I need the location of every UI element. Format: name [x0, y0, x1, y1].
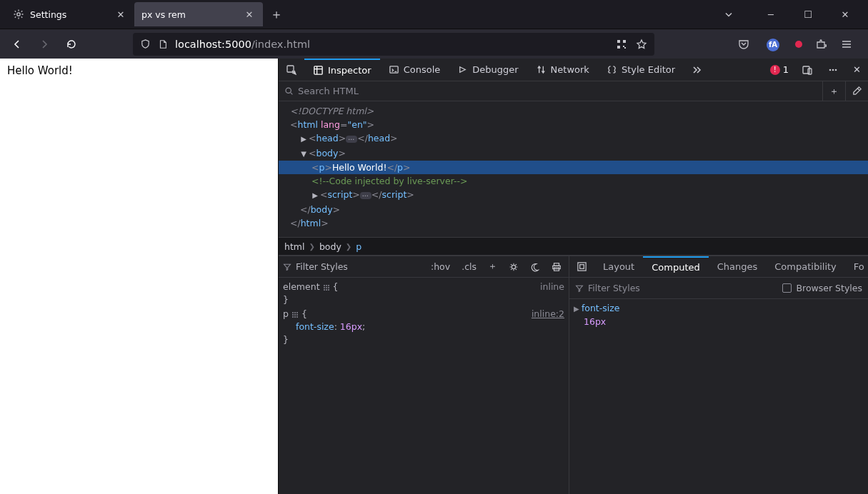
chevron-down-icon[interactable] — [724, 9, 744, 19]
responsive-mode-icon[interactable] — [794, 59, 820, 81]
svg-rect-37 — [578, 263, 586, 271]
svg-point-20 — [326, 285, 327, 286]
svg-point-0 — [17, 13, 20, 16]
box-model-icon[interactable] — [569, 256, 594, 277]
page-viewport[interactable]: Hello World! — [0, 59, 278, 494]
svg-point-19 — [324, 285, 325, 286]
svg-point-32 — [294, 314, 296, 316]
tab-console[interactable]: Console — [380, 59, 449, 81]
dom-tree[interactable]: <!DOCTYPE html> <html lang="en"> ▶<head>… — [279, 101, 868, 237]
maximize-button[interactable]: ☐ — [798, 9, 818, 20]
reload-button[interactable] — [60, 33, 83, 56]
browser-tab-bar: Settings ✕ px vs rem ✕ ＋ ─ ☐ ✕ — [0, 0, 868, 29]
tab-settings[interactable]: Settings ✕ — [6, 2, 134, 26]
dom-search-row: Search HTML ＋ — [279, 81, 868, 101]
shield-icon — [140, 39, 151, 49]
rules-panel: Filter Styles :hov .cls ＋ — [279, 256, 569, 494]
overflow-icon[interactable] — [684, 59, 709, 81]
svg-rect-9 — [803, 66, 809, 74]
svg-rect-8 — [390, 66, 398, 73]
svg-rect-2 — [623, 40, 626, 43]
toolbar-right: fA — [738, 36, 862, 51]
url-input[interactable]: localhost:5000/index.html — [133, 33, 654, 56]
meatball-menu-icon[interactable] — [820, 59, 846, 81]
light-mode-icon[interactable] — [506, 262, 522, 272]
svg-point-27 — [328, 289, 329, 291]
tab-debugger[interactable]: Debugger — [449, 59, 527, 81]
svg-point-23 — [326, 287, 327, 288]
close-icon[interactable]: ✕ — [114, 8, 127, 21]
tab-layout[interactable]: Layout — [594, 256, 643, 277]
computed-list[interactable]: ▶ font-size 16px — [569, 299, 868, 494]
eyedropper-icon[interactable] — [845, 81, 868, 101]
tab-changes[interactable]: Changes — [709, 256, 767, 277]
browser-styles-checkbox[interactable]: Browser Styles — [782, 283, 862, 293]
devtools-panel: Inspector Console Debugger Network Style… — [278, 59, 868, 494]
print-icon[interactable] — [549, 262, 564, 272]
add-node-button[interactable]: ＋ — [822, 81, 845, 101]
close-button[interactable]: ✕ — [835, 9, 855, 20]
add-rule-button[interactable]: ＋ — [485, 261, 500, 273]
tab-fonts[interactable]: Fo — [845, 256, 868, 277]
svg-rect-1 — [617, 40, 620, 43]
rules-filter-input[interactable]: Filter Styles — [283, 261, 422, 272]
crumb-p[interactable]: p — [356, 241, 361, 252]
svg-point-30 — [296, 312, 298, 313]
url-text: localhost:5000/index.html — [175, 39, 310, 50]
svg-point-28 — [292, 312, 294, 313]
hamburger-menu-icon[interactable] — [841, 39, 859, 50]
svg-point-24 — [328, 287, 329, 288]
devtools-toolbar: Inspector Console Debugger Network Style… — [279, 59, 868, 81]
back-button[interactable] — [6, 33, 29, 56]
svg-point-15 — [512, 265, 515, 268]
bookmark-star-icon[interactable] — [636, 39, 647, 50]
svg-point-26 — [326, 289, 327, 291]
cls-button[interactable]: .cls — [459, 261, 479, 272]
computed-filter-input[interactable]: Filter Styles — [588, 283, 640, 293]
error-indicator[interactable]: !1 — [764, 64, 794, 75]
dom-selected-node[interactable]: <p>Hello World!</p> — [279, 161, 868, 174]
svg-rect-38 — [580, 265, 584, 269]
element-picker-button[interactable] — [279, 59, 304, 81]
tab-computed[interactable]: Computed — [643, 256, 709, 277]
tab-inspector[interactable]: Inspector — [304, 59, 380, 81]
new-tab-button[interactable]: ＋ — [266, 6, 287, 23]
svg-point-34 — [292, 316, 294, 318]
svg-point-13 — [835, 69, 837, 71]
close-icon[interactable]: ✕ — [243, 8, 256, 21]
tab-compatibility[interactable]: Compatibility — [766, 256, 845, 277]
css-rules[interactable]: element {inline } p {inline:2 font-size:… — [279, 278, 569, 494]
hov-button[interactable]: :hov — [428, 261, 453, 272]
breadcrumb: html ❯ body ❯ p — [279, 237, 868, 256]
svg-point-35 — [294, 316, 296, 318]
svg-point-36 — [296, 316, 298, 318]
svg-point-21 — [328, 285, 329, 286]
svg-point-29 — [294, 312, 296, 313]
svg-point-25 — [324, 289, 325, 291]
svg-point-33 — [296, 314, 298, 316]
devtools-close-icon[interactable]: ✕ — [846, 59, 868, 81]
svg-point-14 — [286, 88, 291, 93]
notification-icon[interactable] — [789, 37, 808, 51]
crumb-html[interactable]: html — [284, 241, 304, 252]
svg-rect-7 — [314, 66, 322, 74]
dark-mode-icon[interactable] — [527, 262, 543, 272]
page-icon — [158, 39, 168, 49]
window-controls: ─ ☐ ✕ — [724, 9, 862, 20]
qr-icon[interactable] — [616, 39, 627, 50]
crumb-body[interactable]: body — [319, 241, 341, 252]
tab-px-vs-rem[interactable]: px vs rem ✕ — [134, 2, 263, 26]
forward-button[interactable] — [33, 33, 56, 56]
svg-rect-3 — [617, 46, 620, 49]
tab-network[interactable]: Network — [527, 59, 598, 81]
dom-search-input[interactable]: Search HTML — [279, 81, 822, 101]
tab-label: Settings — [30, 9, 109, 20]
gear-icon — [13, 9, 24, 20]
page-text: Hello World! — [7, 64, 271, 77]
pocket-icon[interactable] — [738, 39, 757, 50]
tab-style-editor[interactable]: Style Editor — [598, 59, 684, 81]
extensions-icon[interactable] — [815, 39, 834, 50]
svg-point-31 — [292, 314, 294, 316]
minimize-button[interactable]: ─ — [761, 9, 781, 20]
account-icon[interactable]: fA — [764, 36, 782, 51]
